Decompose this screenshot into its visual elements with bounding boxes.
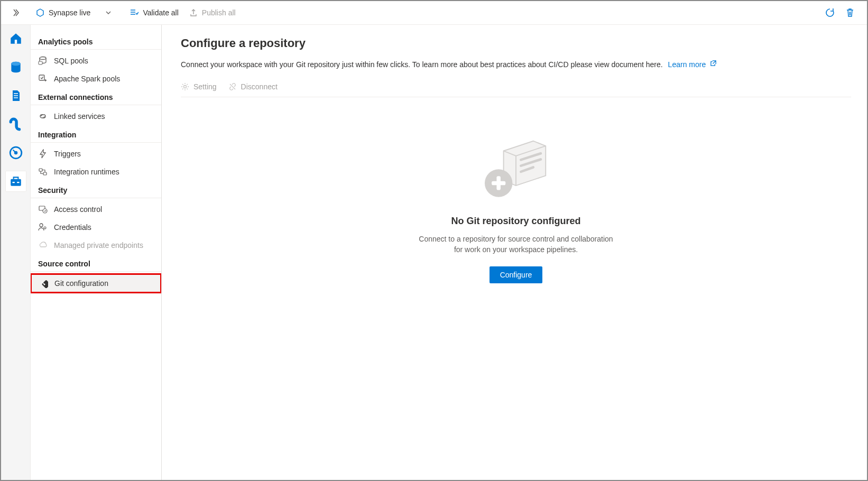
nav-sql-pools[interactable]: SQL pools (31, 52, 161, 70)
empty-desc-2: for work on your workspace pipelines. (454, 245, 578, 254)
disconnect-label: Disconnect (241, 82, 278, 91)
nav-integration-runtimes[interactable]: Integration runtimes (31, 163, 161, 181)
configure-button[interactable]: Configure (490, 266, 543, 283)
svg-point-13 (43, 209, 47, 213)
rail-manage[interactable] (5, 171, 26, 192)
nav-label: Managed private endpoints (54, 241, 143, 249)
home-icon (9, 32, 23, 45)
page-intro: Connect your workspace with your Git rep… (181, 60, 851, 69)
main-content: Configure a repository Connect your work… (162, 25, 867, 480)
command-bar: Synapse live Validate all Publish all (1, 1, 867, 25)
rail-monitor[interactable] (5, 142, 26, 163)
nav-label: Git configuration (54, 279, 108, 288)
credentials-icon (38, 223, 48, 232)
validate-all-label: Validate all (143, 8, 178, 17)
nav-triggers[interactable]: Triggers (31, 145, 161, 163)
icon-rail (1, 25, 31, 480)
nav-label: Credentials (54, 223, 91, 232)
rail-integrate[interactable] (5, 114, 26, 135)
nav-label: SQL pools (54, 57, 88, 65)
rail-develop[interactable] (5, 85, 26, 106)
managed-private-endpoints-icon (38, 240, 48, 250)
document-icon (10, 89, 22, 102)
page-title: Configure a repository (181, 36, 851, 50)
gauge-icon (9, 146, 23, 160)
nav-credentials[interactable]: Credentials (31, 218, 161, 236)
expand-rail-icon[interactable] (12, 8, 20, 17)
nav-label: Triggers (54, 150, 81, 158)
sql-pools-icon (38, 56, 48, 66)
rail-home[interactable] (5, 28, 26, 49)
svg-rect-1 (14, 40, 16, 44)
manage-nav-panel: Analytics pools SQL pools Apache Spark p… (31, 25, 162, 480)
section-integration: Integration (31, 125, 161, 143)
svg-point-19 (184, 85, 187, 88)
nav-label: Integration runtimes (54, 168, 119, 176)
chevron-down-icon (104, 8, 113, 17)
nav-apache-spark-pools[interactable]: Apache Spark pools (31, 70, 161, 88)
linked-services-icon (38, 112, 48, 121)
integration-runtimes-icon (38, 167, 48, 177)
publish-icon (189, 8, 198, 17)
nav-managed-private-endpoints: Managed private endpoints (31, 236, 161, 254)
refresh-button[interactable] (825, 7, 835, 18)
toolbox-icon (9, 174, 23, 188)
empty-desc-1: Connect to a repository for source contr… (419, 235, 613, 243)
svg-point-14 (40, 224, 43, 227)
nav-access-control[interactable]: Access control (31, 200, 161, 218)
svg-rect-8 (39, 61, 42, 64)
svg-rect-6 (11, 179, 21, 186)
svg-marker-0 (37, 9, 43, 16)
setting-button: Setting (181, 82, 217, 91)
git-configuration-icon (39, 279, 48, 288)
synapse-live-label: Synapse live (49, 8, 90, 17)
access-control-icon (38, 205, 48, 214)
empty-state: No Git repository configured Connect to … (181, 97, 851, 480)
learn-more-label: Learn more (668, 60, 706, 69)
nav-git-configuration[interactable]: Git configuration (31, 274, 161, 293)
pipeline-icon (9, 117, 23, 131)
svg-point-3 (11, 62, 20, 66)
empty-state-illustration (476, 136, 556, 205)
rail-data[interactable] (5, 57, 26, 78)
learn-more-link[interactable]: Learn more (668, 60, 718, 69)
publish-all-label: Publish all (202, 8, 236, 17)
publish-all-button[interactable]: Publish all (184, 1, 241, 24)
svg-rect-25 (492, 181, 505, 186)
nav-label: Apache Spark pools (54, 75, 120, 83)
svg-point-7 (40, 57, 46, 60)
section-external-connections: External connections (31, 88, 161, 105)
triggers-icon (38, 149, 48, 159)
validate-all-button[interactable]: Validate all (125, 1, 183, 24)
setting-label: Setting (193, 82, 217, 91)
external-link-icon (710, 60, 718, 68)
section-analytics-pools: Analytics pools (31, 32, 161, 50)
disconnect-icon (228, 82, 237, 91)
section-source-control: Source control (31, 254, 161, 272)
gear-icon (181, 82, 189, 91)
svg-rect-9 (39, 75, 44, 80)
sub-toolbar: Setting Disconnect (181, 76, 851, 97)
intro-text: Connect your workspace with your Git rep… (181, 60, 663, 69)
delete-button[interactable] (845, 7, 855, 18)
svg-rect-11 (43, 172, 47, 175)
synapse-live-dropdown[interactable]: Synapse live (31, 1, 118, 24)
section-security: Security (31, 181, 161, 198)
database-icon (9, 60, 23, 74)
nav-linked-services[interactable]: Linked services (31, 107, 161, 125)
spark-pools-icon (38, 74, 48, 84)
svg-point-15 (44, 227, 46, 229)
empty-heading: No Git repository configured (451, 216, 580, 227)
nav-label: Access control (54, 205, 102, 214)
disconnect-button: Disconnect (228, 82, 278, 91)
svg-rect-10 (39, 169, 42, 171)
hexagon-icon (36, 8, 44, 17)
nav-label: Linked services (54, 112, 105, 121)
validate-icon (130, 8, 138, 17)
